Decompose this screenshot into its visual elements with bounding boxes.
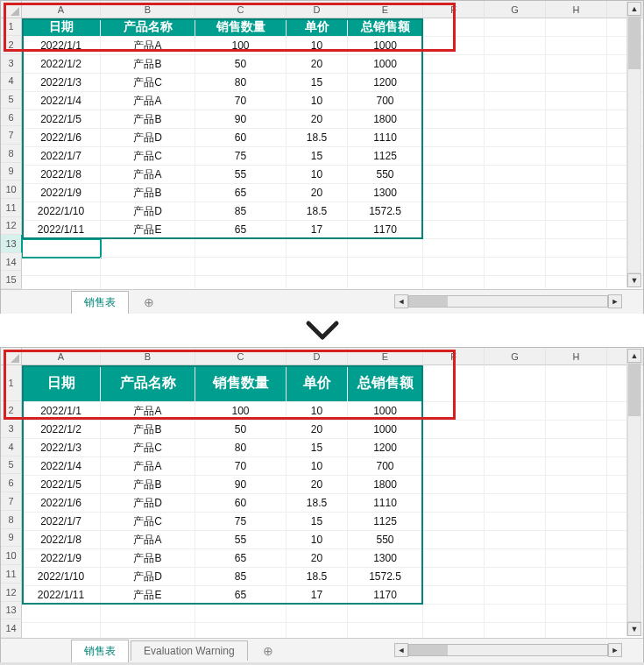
cell[interactable] [546, 457, 607, 476]
cell[interactable] [485, 531, 546, 549]
row-header[interactable]: 14 [1, 619, 22, 638]
grid-main[interactable]: A B C D E F G H 日期 产品名称 销售数量 单价 总销售额 [22, 348, 643, 638]
col-header[interactable]: H [546, 1, 607, 18]
row-header[interactable]: 10 [1, 547, 22, 565]
scroll-up-arrow-icon[interactable]: ▲ [627, 2, 641, 16]
cell[interactable] [195, 623, 287, 638]
cell[interactable] [423, 513, 485, 531]
cell[interactable] [546, 166, 607, 184]
cell[interactable] [423, 623, 485, 638]
cell[interactable] [195, 239, 287, 258]
cell[interactable]: 产品C [101, 147, 195, 166]
cell[interactable]: 产品B [101, 184, 195, 202]
scroll-right-arrow-icon[interactable]: ► [608, 294, 622, 308]
row-header[interactable]: 1 [1, 365, 22, 401]
row-header[interactable]: 2 [1, 401, 22, 420]
cell[interactable]: 80 [195, 439, 287, 457]
cell[interactable] [546, 276, 607, 289]
cell[interactable] [485, 147, 546, 166]
cell[interactable]: 2022/1/2 [22, 55, 101, 74]
cell[interactable]: 1572.5 [348, 202, 423, 221]
cell[interactable] [423, 239, 485, 258]
cell[interactable] [546, 18, 607, 37]
cell[interactable]: 17 [287, 221, 348, 239]
cell[interactable]: 700 [348, 92, 423, 110]
col-header[interactable]: C [195, 348, 287, 365]
cell[interactable]: 10 [287, 166, 348, 184]
horizontal-scrollbar[interactable]: ◄ ► [394, 294, 622, 309]
cell[interactable]: 产品E [101, 586, 195, 605]
cell[interactable] [485, 184, 546, 202]
cell[interactable]: 85 [195, 568, 287, 586]
cell[interactable]: 产品C [101, 439, 195, 457]
row-header[interactable]: 5 [1, 456, 22, 475]
cell[interactable]: 20 [287, 421, 348, 439]
cell[interactable] [485, 74, 546, 92]
cell[interactable]: 90 [195, 476, 287, 494]
cell[interactable]: 2022/1/10 [22, 202, 101, 221]
vertical-scrollbar[interactable]: ▲ ▼ [626, 2, 641, 287]
sheet-tab[interactable]: Evaluation Warning [131, 640, 248, 661]
cell[interactable]: 产品B [101, 110, 195, 129]
cell[interactable] [546, 513, 607, 531]
row-header[interactable]: 11 [1, 565, 22, 584]
cell[interactable]: 65 [195, 586, 287, 605]
cell[interactable] [423, 18, 485, 37]
cell[interactable]: 20 [287, 55, 348, 74]
cell[interactable] [485, 37, 546, 55]
cell[interactable]: 1300 [348, 184, 423, 202]
cell[interactable] [546, 365, 607, 402]
cell[interactable] [546, 568, 607, 586]
cell[interactable] [485, 221, 546, 239]
row-header[interactable]: 1 [1, 18, 22, 37]
cell[interactable] [546, 92, 607, 110]
cell[interactable] [485, 586, 546, 605]
cell[interactable]: 产品B [101, 549, 195, 568]
cell[interactable] [423, 110, 485, 129]
cell[interactable]: 15 [287, 513, 348, 531]
scroll-track[interactable] [408, 295, 608, 308]
col-header[interactable]: H [546, 348, 607, 365]
cell[interactable] [423, 74, 485, 92]
cell[interactable] [423, 365, 485, 402]
scroll-thumb[interactable] [409, 645, 448, 655]
cell[interactable]: 2022/1/7 [22, 147, 101, 166]
cell[interactable]: 65 [195, 221, 287, 239]
cell[interactable]: 1170 [348, 586, 423, 605]
cell[interactable] [485, 166, 546, 184]
cell[interactable]: 18.5 [287, 494, 348, 513]
cell[interactable] [22, 239, 101, 258]
row-header[interactable]: 12 [1, 584, 22, 602]
cell[interactable]: 产品C [101, 74, 195, 92]
scroll-down-arrow-icon[interactable]: ▼ [627, 622, 641, 636]
cell[interactable]: 1200 [348, 74, 423, 92]
cell[interactable]: 产品E [101, 221, 195, 239]
cell[interactable] [423, 202, 485, 221]
row-header[interactable]: 9 [1, 529, 22, 548]
cell[interactable] [546, 421, 607, 439]
cell[interactable]: 15 [287, 439, 348, 457]
cell[interactable] [423, 258, 485, 276]
cell[interactable] [546, 476, 607, 494]
cell[interactable]: 2022/1/8 [22, 531, 101, 549]
cell[interactable] [485, 365, 546, 402]
row-header[interactable]: 3 [1, 54, 22, 73]
cell[interactable]: 2022/1/8 [22, 166, 101, 184]
cell[interactable]: 50 [195, 421, 287, 439]
table-header-cell[interactable]: 日期 [22, 18, 101, 37]
table-header-cell[interactable]: 单价 [287, 365, 348, 402]
row-header[interactable]: 13 [1, 602, 22, 620]
scroll-track[interactable] [408, 644, 608, 656]
cell[interactable]: 2022/1/5 [22, 476, 101, 494]
cell[interactable] [423, 184, 485, 202]
cell[interactable] [485, 18, 546, 37]
cell[interactable] [546, 221, 607, 239]
cell[interactable]: 1110 [348, 494, 423, 513]
cell[interactable]: 550 [348, 166, 423, 184]
col-header[interactable]: D [287, 348, 348, 365]
cell[interactable] [22, 258, 101, 276]
cell[interactable] [423, 92, 485, 110]
vertical-scrollbar[interactable]: ▲ ▼ [626, 349, 641, 636]
cell[interactable]: 产品A [101, 457, 195, 476]
scroll-up-arrow-icon[interactable]: ▲ [627, 349, 641, 363]
